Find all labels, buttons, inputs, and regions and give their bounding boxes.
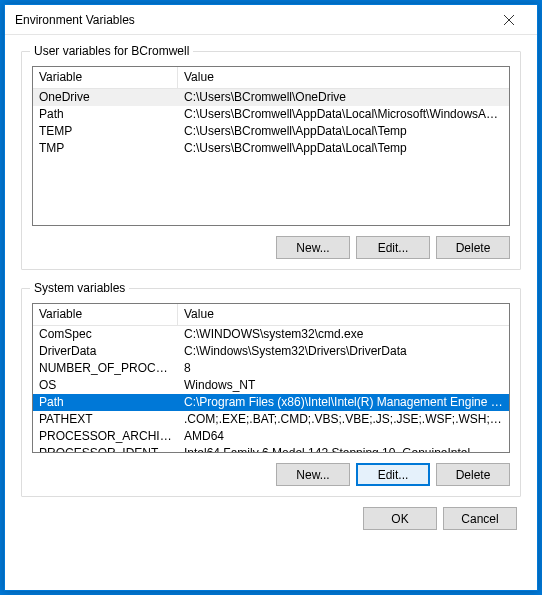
system-variables-group: System variables Variable Value ComSpec … (21, 288, 521, 497)
cell-value: 8 (178, 360, 509, 377)
table-row[interactable]: PROCESSOR_ARCHITECTURE AMD64 (33, 428, 509, 445)
col-variable[interactable]: Variable (33, 67, 178, 88)
cell-variable: ComSpec (33, 326, 178, 343)
dialog-content: User variables for BCromwell Variable Va… (5, 35, 537, 590)
cell-value: C:\WINDOWS\system32\cmd.exe (178, 326, 509, 343)
col-variable[interactable]: Variable (33, 304, 178, 325)
table-row[interactable]: TEMP C:\Users\BCromwell\AppData\Local\Te… (33, 123, 509, 140)
system-new-button[interactable]: New... (276, 463, 350, 486)
close-icon (504, 15, 514, 25)
user-delete-button[interactable]: Delete (436, 236, 510, 259)
dialog-window: Environment Variables User variables for… (4, 4, 538, 591)
dialog-button-row: OK Cancel (21, 497, 521, 532)
cell-variable: PROCESSOR_IDENTIFIER (33, 445, 178, 453)
user-new-button[interactable]: New... (276, 236, 350, 259)
col-value[interactable]: Value (178, 304, 509, 325)
system-variables-list[interactable]: Variable Value ComSpec C:\WINDOWS\system… (32, 303, 510, 453)
table-row[interactable]: OS Windows_NT (33, 377, 509, 394)
system-group-label: System variables (30, 281, 129, 295)
cancel-button[interactable]: Cancel (443, 507, 517, 530)
system-list-header: Variable Value (33, 304, 509, 326)
system-edit-button[interactable]: Edit... (356, 463, 430, 486)
table-row[interactable]: Path C:\Users\BCromwell\AppData\Local\Mi… (33, 106, 509, 123)
cell-value: Windows_NT (178, 377, 509, 394)
cell-variable: NUMBER_OF_PROCESSORS (33, 360, 178, 377)
table-row[interactable]: PATHEXT .COM;.EXE;.BAT;.CMD;.VBS;.VBE;.J… (33, 411, 509, 428)
cell-variable: Path (33, 394, 178, 411)
table-row[interactable]: Path C:\Program Files (x86)\Intel\Intel(… (33, 394, 509, 411)
cell-value: C:\Users\BCromwell\AppData\Local\Temp (178, 140, 509, 157)
cell-variable: Path (33, 106, 178, 123)
cell-variable: DriverData (33, 343, 178, 360)
col-value[interactable]: Value (178, 67, 509, 88)
system-delete-button[interactable]: Delete (436, 463, 510, 486)
table-row[interactable]: OneDrive C:\Users\BCromwell\OneDrive (33, 89, 509, 106)
cell-value: C:\Users\BCromwell\OneDrive (178, 89, 509, 106)
close-button[interactable] (489, 5, 529, 35)
user-group-label: User variables for BCromwell (30, 44, 193, 58)
cell-value: AMD64 (178, 428, 509, 445)
cell-variable: PATHEXT (33, 411, 178, 428)
cell-variable: TEMP (33, 123, 178, 140)
cell-value: .COM;.EXE;.BAT;.CMD;.VBS;.VBE;.JS;.JSE;.… (178, 411, 509, 428)
window-title: Environment Variables (15, 13, 489, 27)
table-row[interactable]: TMP C:\Users\BCromwell\AppData\Local\Tem… (33, 140, 509, 157)
table-row[interactable]: PROCESSOR_IDENTIFIER Intel64 Family 6 Mo… (33, 445, 509, 453)
cell-value: C:\Program Files (x86)\Intel\Intel(R) Ma… (178, 394, 509, 411)
ok-button[interactable]: OK (363, 507, 437, 530)
cell-value: C:\Users\BCromwell\AppData\Local\Temp (178, 123, 509, 140)
user-edit-button[interactable]: Edit... (356, 236, 430, 259)
table-row[interactable]: NUMBER_OF_PROCESSORS 8 (33, 360, 509, 377)
user-button-row: New... Edit... Delete (32, 236, 510, 259)
cell-variable: PROCESSOR_ARCHITECTURE (33, 428, 178, 445)
cell-value: C:\Users\BCromwell\AppData\Local\Microso… (178, 106, 509, 123)
user-list-header: Variable Value (33, 67, 509, 89)
table-row[interactable]: ComSpec C:\WINDOWS\system32\cmd.exe (33, 326, 509, 343)
table-row[interactable]: DriverData C:\Windows\System32\Drivers\D… (33, 343, 509, 360)
cell-variable: OS (33, 377, 178, 394)
cell-value: C:\Windows\System32\Drivers\DriverData (178, 343, 509, 360)
cell-variable: TMP (33, 140, 178, 157)
cell-variable: OneDrive (33, 89, 178, 106)
titlebar: Environment Variables (5, 5, 537, 35)
system-button-row: New... Edit... Delete (32, 463, 510, 486)
user-variables-list[interactable]: Variable Value OneDrive C:\Users\BCromwe… (32, 66, 510, 226)
cell-value: Intel64 Family 6 Model 142 Stepping 10, … (178, 445, 509, 453)
user-variables-group: User variables for BCromwell Variable Va… (21, 51, 521, 270)
